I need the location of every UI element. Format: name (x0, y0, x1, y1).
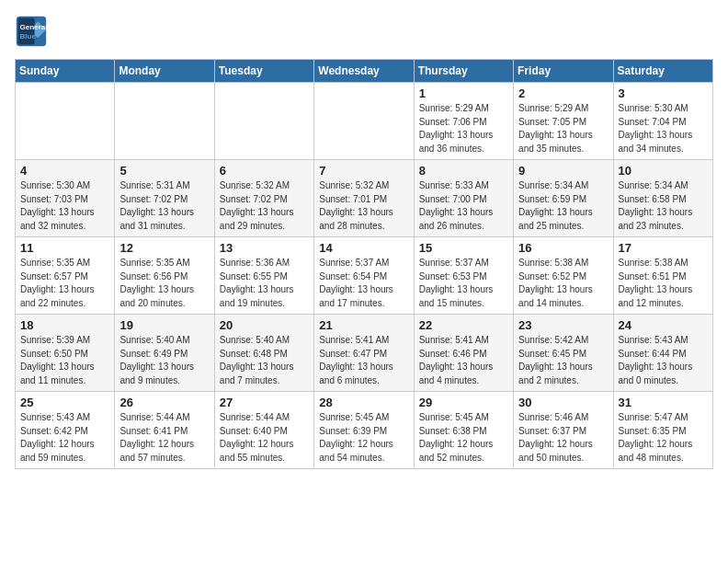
day-info: Sunrise: 5:30 AM Sunset: 7:03 PM Dayligh… (20, 179, 109, 233)
day-number: 10 (619, 164, 708, 178)
day-info: Sunrise: 5:30 AM Sunset: 7:04 PM Dayligh… (619, 102, 708, 155)
day-info: Sunrise: 5:36 AM Sunset: 6:55 PM Dayligh… (220, 257, 309, 310)
day-number: 3 (619, 86, 708, 100)
weekday-header-sunday: Sunday (16, 60, 115, 83)
day-number: 22 (419, 318, 508, 332)
calendar-cell: 26Sunrise: 5:44 AM Sunset: 6:41 PM Dayli… (115, 392, 214, 469)
calendar-header: SundayMondayTuesdayWednesdayThursdayFrid… (16, 60, 713, 83)
weekday-header-saturday: Saturday (613, 60, 712, 83)
day-number: 11 (20, 241, 109, 255)
day-number: 16 (518, 241, 608, 255)
calendar-cell: 18Sunrise: 5:39 AM Sunset: 6:50 PM Dayli… (16, 315, 115, 392)
calendar-cell: 22Sunrise: 5:41 AM Sunset: 6:46 PM Dayli… (414, 315, 513, 392)
day-info: Sunrise: 5:45 AM Sunset: 6:38 PM Dayligh… (419, 411, 508, 465)
day-number: 5 (119, 164, 209, 178)
weekday-header-thursday: Thursday (414, 60, 513, 83)
day-number: 6 (220, 164, 309, 178)
day-number: 21 (319, 318, 408, 332)
day-info: Sunrise: 5:37 AM Sunset: 6:53 PM Dayligh… (419, 257, 508, 310)
day-info: Sunrise: 5:45 AM Sunset: 6:39 PM Dayligh… (319, 411, 408, 465)
day-info: Sunrise: 5:29 AM Sunset: 7:06 PM Dayligh… (419, 102, 508, 155)
day-info: Sunrise: 5:37 AM Sunset: 6:54 PM Dayligh… (319, 257, 408, 310)
calendar-cell: 9Sunrise: 5:34 AM Sunset: 6:59 PM Daylig… (514, 160, 613, 237)
calendar-cell: 3Sunrise: 5:30 AM Sunset: 7:04 PM Daylig… (613, 83, 712, 160)
weekday-header-tuesday: Tuesday (214, 60, 313, 83)
calendar-week-1: 4Sunrise: 5:30 AM Sunset: 7:03 PM Daylig… (16, 160, 713, 237)
calendar-week-0: 1Sunrise: 5:29 AM Sunset: 7:06 PM Daylig… (16, 83, 713, 160)
calendar-cell: 14Sunrise: 5:37 AM Sunset: 6:54 PM Dayli… (314, 237, 414, 315)
day-info: Sunrise: 5:35 AM Sunset: 6:57 PM Dayligh… (20, 257, 109, 310)
calendar-cell: 27Sunrise: 5:44 AM Sunset: 6:40 PM Dayli… (214, 392, 313, 469)
day-number: 8 (419, 164, 508, 178)
day-number: 31 (619, 396, 708, 409)
calendar-cell (115, 83, 214, 160)
calendar-week-4: 25Sunrise: 5:43 AM Sunset: 6:42 PM Dayli… (16, 392, 713, 469)
page-header: General Blue (15, 15, 713, 48)
logo: General Blue (15, 15, 51, 48)
day-number: 28 (319, 396, 408, 409)
day-info: Sunrise: 5:32 AM Sunset: 7:01 PM Dayligh… (319, 179, 408, 233)
day-number: 27 (220, 396, 309, 409)
weekday-header-wednesday: Wednesday (314, 60, 414, 83)
day-info: Sunrise: 5:41 AM Sunset: 6:47 PM Dayligh… (319, 334, 408, 387)
calendar-cell: 17Sunrise: 5:38 AM Sunset: 6:51 PM Dayli… (613, 237, 712, 315)
day-number: 15 (419, 241, 508, 255)
day-info: Sunrise: 5:38 AM Sunset: 6:52 PM Dayligh… (518, 257, 608, 310)
calendar-cell: 10Sunrise: 5:34 AM Sunset: 6:58 PM Dayli… (613, 160, 712, 237)
day-info: Sunrise: 5:41 AM Sunset: 6:46 PM Dayligh… (419, 334, 508, 387)
calendar-cell: 1Sunrise: 5:29 AM Sunset: 7:06 PM Daylig… (414, 83, 513, 160)
day-info: Sunrise: 5:32 AM Sunset: 7:02 PM Dayligh… (220, 179, 309, 233)
day-info: Sunrise: 5:44 AM Sunset: 6:41 PM Dayligh… (119, 411, 209, 465)
day-info: Sunrise: 5:40 AM Sunset: 6:48 PM Dayligh… (220, 334, 309, 387)
calendar-cell (214, 83, 313, 160)
day-number: 4 (20, 164, 109, 178)
logo-icon: General Blue (15, 15, 48, 48)
calendar-cell: 4Sunrise: 5:30 AM Sunset: 7:03 PM Daylig… (16, 160, 115, 237)
day-info: Sunrise: 5:39 AM Sunset: 6:50 PM Dayligh… (20, 334, 109, 387)
calendar-cell: 15Sunrise: 5:37 AM Sunset: 6:53 PM Dayli… (414, 237, 513, 315)
calendar-cell: 23Sunrise: 5:42 AM Sunset: 6:45 PM Dayli… (514, 315, 613, 392)
calendar-body: 1Sunrise: 5:29 AM Sunset: 7:06 PM Daylig… (16, 83, 713, 469)
calendar-cell: 20Sunrise: 5:40 AM Sunset: 6:48 PM Dayli… (214, 315, 313, 392)
day-number: 9 (518, 164, 608, 178)
day-number: 26 (119, 396, 209, 409)
day-number: 25 (20, 396, 109, 409)
weekday-header-monday: Monday (115, 60, 214, 83)
calendar-cell: 16Sunrise: 5:38 AM Sunset: 6:52 PM Dayli… (514, 237, 613, 315)
day-number: 12 (119, 241, 209, 255)
day-number: 14 (319, 241, 408, 255)
calendar-cell: 29Sunrise: 5:45 AM Sunset: 6:38 PM Dayli… (414, 392, 513, 469)
calendar-cell: 6Sunrise: 5:32 AM Sunset: 7:02 PM Daylig… (214, 160, 313, 237)
calendar-cell: 28Sunrise: 5:45 AM Sunset: 6:39 PM Dayli… (314, 392, 414, 469)
day-number: 13 (220, 241, 309, 255)
weekday-row: SundayMondayTuesdayWednesdayThursdayFrid… (16, 60, 713, 83)
day-number: 18 (20, 318, 109, 332)
calendar-cell: 13Sunrise: 5:36 AM Sunset: 6:55 PM Dayli… (214, 237, 313, 315)
day-info: Sunrise: 5:47 AM Sunset: 6:35 PM Dayligh… (619, 411, 708, 465)
day-number: 7 (319, 164, 408, 178)
day-info: Sunrise: 5:43 AM Sunset: 6:44 PM Dayligh… (619, 334, 708, 387)
day-number: 1 (419, 86, 508, 100)
day-info: Sunrise: 5:29 AM Sunset: 7:05 PM Dayligh… (518, 102, 608, 155)
calendar-cell (16, 83, 115, 160)
calendar-cell (314, 83, 414, 160)
calendar-cell: 21Sunrise: 5:41 AM Sunset: 6:47 PM Dayli… (314, 315, 414, 392)
svg-text:General: General (19, 23, 47, 31)
calendar-cell: 8Sunrise: 5:33 AM Sunset: 7:00 PM Daylig… (414, 160, 513, 237)
calendar-week-3: 18Sunrise: 5:39 AM Sunset: 6:50 PM Dayli… (16, 315, 713, 392)
calendar-cell: 12Sunrise: 5:35 AM Sunset: 6:56 PM Dayli… (115, 237, 214, 315)
calendar-cell: 31Sunrise: 5:47 AM Sunset: 6:35 PM Dayli… (613, 392, 712, 469)
day-number: 20 (220, 318, 309, 332)
calendar-cell: 7Sunrise: 5:32 AM Sunset: 7:01 PM Daylig… (314, 160, 414, 237)
svg-text:Blue: Blue (19, 32, 36, 40)
day-number: 2 (518, 86, 608, 100)
calendar-cell: 2Sunrise: 5:29 AM Sunset: 7:05 PM Daylig… (514, 83, 613, 160)
day-number: 30 (518, 396, 608, 409)
calendar-cell: 19Sunrise: 5:40 AM Sunset: 6:49 PM Dayli… (115, 315, 214, 392)
day-info: Sunrise: 5:43 AM Sunset: 6:42 PM Dayligh… (20, 411, 109, 465)
weekday-header-friday: Friday (514, 60, 613, 83)
day-number: 19 (119, 318, 209, 332)
calendar-cell: 11Sunrise: 5:35 AM Sunset: 6:57 PM Dayli… (16, 237, 115, 315)
calendar-cell: 30Sunrise: 5:46 AM Sunset: 6:37 PM Dayli… (514, 392, 613, 469)
day-info: Sunrise: 5:33 AM Sunset: 7:00 PM Dayligh… (419, 179, 508, 233)
